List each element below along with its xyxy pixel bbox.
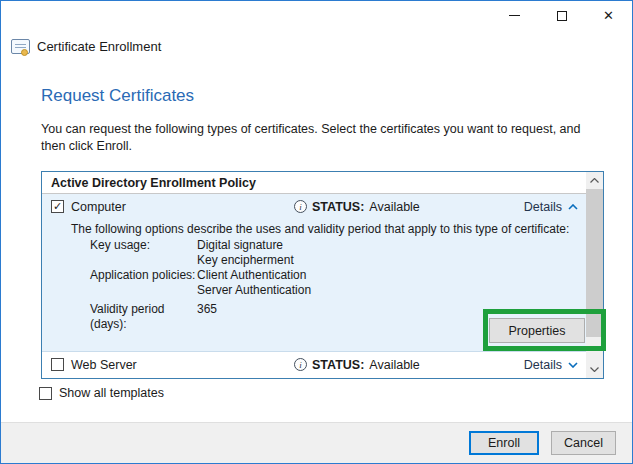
vertical-scrollbar[interactable]	[586, 172, 603, 378]
detail-value: Client Authentication	[197, 268, 306, 283]
template-list-content: Active Directory Enrollment Policy ✓ Com…	[42, 172, 586, 378]
minimize-button[interactable]	[491, 1, 538, 30]
page-title: Request Certificates	[41, 86, 194, 106]
maximize-button[interactable]	[538, 1, 585, 30]
intro-text: You can request the following types of c…	[41, 121, 597, 155]
template-row-web-server[interactable]: Web Server i STATUS: Available Details	[42, 352, 586, 377]
scroll-up-button[interactable]	[586, 172, 603, 189]
properties-button[interactable]: Properties	[489, 318, 585, 343]
app-title: Certificate Enrollment	[37, 39, 161, 54]
computer-checkbox[interactable]: ✓	[51, 200, 64, 213]
close-icon: ✕	[603, 9, 614, 22]
details-toggle-computer[interactable]: Details	[524, 200, 578, 214]
detail-label	[90, 283, 197, 298]
detail-line: Key encipherment	[42, 253, 586, 268]
template-list: Active Directory Enrollment Policy ✓ Com…	[41, 171, 604, 379]
titlebar: ✕	[1, 1, 632, 31]
scroll-down-button[interactable]	[586, 361, 603, 378]
status-label: STATUS:	[312, 358, 364, 372]
detail-value: Digital signature	[197, 238, 283, 253]
scrollbar-thumb[interactable]	[586, 189, 603, 337]
status-value: Available	[369, 200, 420, 214]
detail-line: Server Authentication	[42, 283, 586, 298]
detail-label: Validity period (days):	[90, 302, 197, 332]
info-icon: i	[294, 200, 307, 213]
detail-line: Key usage: Digital signature	[42, 238, 586, 253]
details-toggle-web-server[interactable]: Details	[524, 358, 578, 372]
info-icon: i	[294, 358, 307, 371]
details-label: Details	[524, 358, 562, 372]
scroll-up-icon	[590, 178, 599, 183]
minimize-icon	[509, 15, 520, 16]
status-value: Available	[369, 358, 420, 372]
checkmark-icon: ✓	[53, 201, 62, 212]
chevron-down-icon	[568, 362, 578, 368]
detail-label: Application policies:	[90, 268, 197, 283]
detail-value: Server Authentication	[197, 283, 311, 298]
detail-label	[90, 253, 197, 268]
enroll-button[interactable]: Enroll	[469, 431, 539, 455]
detail-value: Key encipherment	[197, 253, 294, 268]
detail-value: 365	[197, 302, 217, 332]
footer-bar: Enroll Cancel	[1, 422, 632, 463]
detail-line: Application policies: Client Authenticat…	[42, 268, 586, 283]
scroll-down-icon	[590, 367, 599, 372]
template-name: Computer	[71, 200, 126, 214]
show-all-templates-checkbox[interactable]	[39, 387, 52, 400]
template-row-computer[interactable]: ✓ Computer i STATUS: Available Details	[42, 194, 586, 219]
show-all-templates-row[interactable]: Show all templates	[39, 386, 164, 400]
details-label: Details	[524, 200, 562, 214]
certificate-icon	[11, 39, 30, 54]
cancel-button[interactable]: Cancel	[551, 431, 616, 455]
template-name: Web Server	[71, 358, 137, 372]
status-group: i STATUS: Available	[294, 358, 420, 372]
close-button[interactable]: ✕	[585, 1, 632, 30]
details-description: The following options describe the uses …	[42, 219, 586, 238]
policy-header: Active Directory Enrollment Policy	[42, 172, 586, 194]
web-server-checkbox[interactable]	[51, 358, 64, 371]
certificate-enrollment-window: ✕ Certificate Enrollment Request Certifi…	[0, 0, 633, 464]
show-all-templates-label: Show all templates	[59, 386, 164, 400]
app-title-row: Certificate Enrollment	[11, 39, 161, 54]
chevron-up-icon	[568, 204, 578, 210]
status-group: i STATUS: Available	[294, 200, 420, 214]
status-label: STATUS:	[312, 200, 364, 214]
detail-label: Key usage:	[90, 238, 197, 253]
maximize-icon	[557, 11, 567, 21]
